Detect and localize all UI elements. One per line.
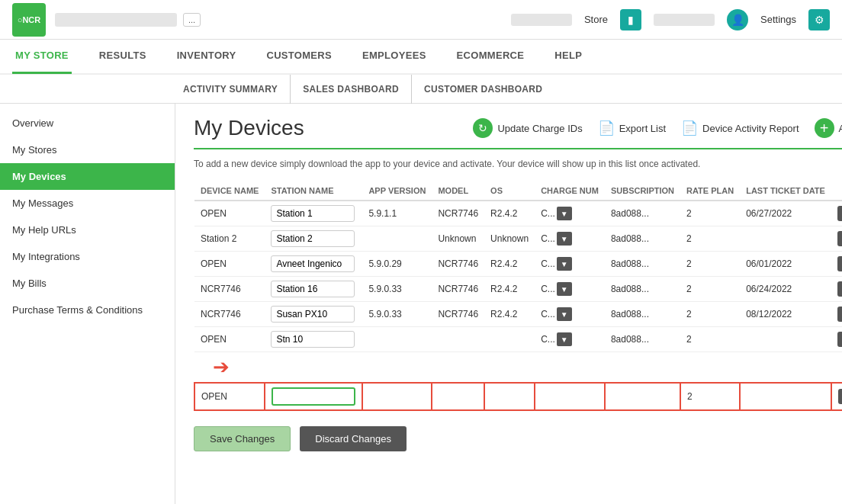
cell-rate-plan: 2	[680, 277, 740, 302]
add-device-button[interactable]: + Add a Device	[815, 118, 842, 138]
cell-os: R2.4.2	[484, 277, 535, 302]
cell-charge: C... ▼	[535, 277, 605, 302]
sidebar-item-my-bills[interactable]: My Bills	[0, 270, 175, 297]
deactivate-button[interactable]: Deactivate	[838, 389, 842, 404]
settings-gear-icon[interactable]: ⚙	[808, 9, 830, 30]
col-last-ticket: LAST TICKET DATE	[740, 181, 831, 201]
subnav-activity-summary[interactable]: ACTIVITY SUMMARY	[183, 75, 291, 104]
cell-deactivate: Deactivate	[831, 383, 842, 410]
subnav-sales-dashboard[interactable]: SALES DASHBOARD	[291, 75, 412, 104]
store-icon[interactable]: ▮	[620, 9, 641, 30]
sidebar-item-my-messages[interactable]: My Messages	[0, 190, 175, 217]
arrow-cell: ➔	[194, 352, 842, 384]
cell-rate-plan: 2	[680, 252, 740, 277]
logo-text: ○NCR	[18, 15, 40, 24]
charge-dropdown[interactable]: ▼	[557, 232, 572, 246]
highlighted-table-row: OPEN 2 Deactivate	[194, 383, 842, 410]
nav-results[interactable]: RESULTS	[96, 39, 149, 74]
discard-changes-button[interactable]: Discard Changes	[300, 426, 407, 451]
subnav-customer-dashboard[interactable]: CUSTOMER DASHBOARD	[412, 75, 554, 104]
sidebar-item-overview[interactable]: Overview	[0, 110, 175, 136]
charge-dropdown[interactable]: ▼	[557, 207, 572, 220]
nav-customers[interactable]: CUSTOMERS	[263, 39, 335, 74]
cell-model: NCR7746	[432, 277, 484, 302]
cell-app-version: 5.9.1.1	[362, 201, 432, 226]
cell-station-name	[265, 226, 362, 252]
col-subscription: SUBSCRIPTION	[605, 181, 680, 201]
cell-model: Unknown	[432, 226, 484, 252]
nav-employees[interactable]: EMPLOYEES	[359, 39, 429, 74]
deactivate-button[interactable]: Deactivate	[837, 307, 842, 322]
table-row: OPEN 5.9.0.29 NCR7746 R2.4.2 C... ▼ 8ad0…	[194, 252, 842, 277]
sidebar-item-my-devices[interactable]: My Devices	[0, 163, 175, 190]
cell-last-ticket: 08/12/2022	[740, 302, 831, 327]
station-name-input[interactable]	[271, 331, 355, 348]
station-name-input[interactable]	[271, 205, 355, 222]
cell-rate-plan: 2	[680, 302, 740, 327]
table-row: NCR7746 5.9.0.33 NCR7746 R2.4.2 C... ▼ 8…	[194, 277, 842, 302]
page-title: My Devices	[194, 116, 473, 140]
station-name-input-new[interactable]	[272, 387, 355, 406]
sidebar-item-purchase-terms[interactable]: Purchase Terms & Conditions	[0, 297, 175, 323]
nav-help[interactable]: HELP	[551, 39, 585, 74]
cell-subscription: 8ad088...	[605, 327, 680, 352]
table-row: OPEN C... ▼ 8ad088... 2	[194, 327, 842, 352]
user-name-blurred	[511, 14, 572, 26]
nav-inventory[interactable]: INVENTORY	[174, 39, 239, 74]
store-name-area: ...	[55, 13, 502, 27]
charge-dropdown[interactable]: ▼	[557, 332, 572, 346]
cell-os: R2.4.2	[484, 252, 535, 277]
charge-dropdown[interactable]: ▼	[557, 282, 572, 296]
col-rate-plan: RATE PLAN	[680, 181, 740, 201]
user-avatar[interactable]: 👤	[727, 9, 748, 30]
sidebar-item-my-help-urls[interactable]: My Help URLs	[0, 217, 175, 243]
cell-charge: C... ▼	[535, 201, 605, 226]
station-name-input[interactable]	[271, 281, 355, 297]
cell-station-name	[265, 201, 362, 226]
export-list-label: Export List	[619, 123, 666, 134]
cell-device-name: OPEN	[194, 383, 265, 410]
cell-app-version	[362, 327, 432, 352]
main-content: My Devices ↻ Update Charge IDs 📄 Export …	[175, 104, 842, 504]
deactivate-button[interactable]: Deactivate	[837, 256, 842, 271]
col-model: MODEL	[432, 181, 484, 201]
cell-device-name: Station 2	[194, 226, 265, 252]
nav-ecommerce[interactable]: ECOMMERCE	[454, 39, 528, 74]
station-name-input[interactable]	[271, 230, 355, 247]
cell-model	[432, 327, 484, 352]
cell-device-name: OPEN	[194, 201, 265, 226]
cell-model	[432, 383, 484, 410]
charge-dropdown[interactable]: ▼	[557, 307, 572, 321]
sidebar: Overview My Stores My Devices My Message…	[0, 104, 175, 504]
col-app-version: APP VERSION	[362, 181, 432, 201]
cell-os	[484, 327, 535, 352]
sidebar-item-my-integrations[interactable]: My Integrations	[0, 243, 175, 270]
top-right: Store ▮ 👤 Settings ⚙	[511, 9, 830, 30]
export-list-button[interactable]: 📄 Export List	[598, 120, 666, 136]
charge-dropdown[interactable]: ▼	[557, 257, 572, 271]
update-charge-ids-button[interactable]: ↻ Update Charge IDs	[473, 118, 582, 138]
cell-app-version: 5.9.0.33	[362, 277, 432, 302]
station-name-input[interactable]	[271, 255, 355, 272]
add-device-label: Add a Device	[839, 123, 842, 134]
cell-subscription: 8ad088...	[605, 226, 680, 252]
cell-station-name	[265, 327, 362, 352]
deactivate-button[interactable]: Deactivate	[837, 206, 842, 221]
save-changes-button[interactable]: Save Changes	[194, 426, 291, 451]
deactivate-button[interactable]: Deactivate	[837, 281, 842, 297]
device-activity-report-button[interactable]: 📄 Device Activity Report	[681, 120, 799, 136]
cell-os	[484, 383, 535, 410]
sidebar-item-my-stores[interactable]: My Stores	[0, 136, 175, 163]
store-expand-button[interactable]: ...	[183, 13, 201, 27]
cell-os: Unknown	[484, 226, 535, 252]
cell-last-ticket: 06/01/2022	[740, 252, 831, 277]
deactivate-button[interactable]: Deactivate	[837, 231, 842, 246]
cell-subscription: 8ad088...	[605, 201, 680, 226]
cell-rate-plan: 2	[680, 327, 740, 352]
deactivate-button[interactable]: Deactivate	[837, 332, 842, 347]
cell-charge: C... ▼	[535, 302, 605, 327]
refresh-icon: ↻	[473, 118, 493, 138]
station-name-input[interactable]	[271, 306, 355, 323]
cell-device-name: NCR7746	[194, 302, 265, 327]
nav-my-store[interactable]: MY STORE	[12, 39, 72, 74]
